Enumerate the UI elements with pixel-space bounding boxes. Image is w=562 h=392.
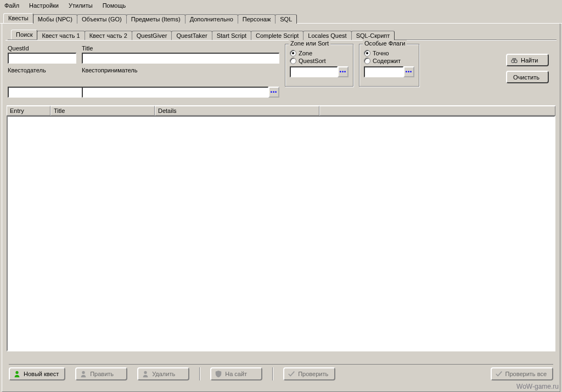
radio-exact-label: Точно	[373, 50, 389, 56]
subtab-complete[interactable]: Complete Script	[251, 31, 304, 40]
label-title: Title	[82, 44, 279, 53]
radio-dot-icon	[290, 58, 296, 64]
svg-point-4	[144, 371, 147, 374]
main-tabstrip: Квесты Мобы (NPC) Объекты (GO) Предметы …	[0, 12, 562, 24]
person-green-icon	[13, 370, 21, 378]
bottom-toolbar: Новый квест Править Удалить На сайт	[9, 364, 553, 380]
delete-button[interactable]: Удалить	[137, 367, 189, 380]
zone-picker-input[interactable]	[290, 66, 338, 77]
grid-header: Entry Title Details	[7, 105, 555, 116]
new-quest-label: Новый квест	[24, 371, 59, 377]
tab-mobs[interactable]: Мобы (NPC)	[33, 14, 77, 24]
subtab-start[interactable]: Start Script	[212, 31, 251, 40]
radio-zone[interactable]: Zone	[290, 50, 349, 56]
check-all-label: Проверить все	[505, 371, 547, 377]
label-questgiver: Квестодатель	[8, 66, 76, 75]
radio-zone-label: Zone	[299, 50, 312, 56]
find-button[interactable]: Найти	[506, 54, 549, 66]
subtab-part1[interactable]: Квест часть 1	[37, 31, 85, 40]
label-questtaker: Квестоприниматель	[82, 66, 279, 75]
col-spacer	[319, 106, 555, 116]
radio-questsort-label: QuestSort	[299, 58, 326, 64]
menu-file[interactable]: Файл	[2, 2, 21, 11]
tab-quests[interactable]: Квесты	[3, 13, 33, 23]
questtaker-input[interactable]	[82, 87, 268, 98]
toolbar-divider	[199, 367, 200, 380]
radio-contains-label: Содержит	[373, 58, 401, 64]
col-entry[interactable]: Entry	[7, 106, 50, 116]
radio-dot-icon	[364, 58, 370, 64]
find-button-label: Найти	[521, 57, 538, 64]
shield-icon	[215, 370, 222, 378]
check-label: Проверить	[298, 371, 328, 377]
check-button[interactable]: Проверить	[283, 367, 335, 380]
to-site-button[interactable]: На сайт	[210, 367, 262, 380]
tab-additional[interactable]: Дополнительно	[185, 14, 238, 24]
subtab-taker[interactable]: QuestTaker	[171, 31, 212, 40]
main-page: Поиск Квест часть 1 Квест часть 2 QuestG…	[2, 24, 560, 392]
subtab-search[interactable]: Поиск	[11, 30, 37, 39]
watermark: WoW-game.ru	[516, 383, 559, 390]
questtaker-picker-button[interactable]: •••	[268, 87, 279, 98]
col-title[interactable]: Title	[50, 106, 155, 116]
clear-button-label: Очистить	[513, 74, 539, 81]
svg-point-3	[82, 371, 85, 374]
menu-help[interactable]: Помощь	[100, 2, 128, 11]
flags-picker-button[interactable]: •••	[403, 66, 414, 77]
ellipsis-icon: •••	[271, 89, 277, 95]
subtab-part2[interactable]: Квест часть 2	[85, 31, 132, 40]
ellipsis-icon: •••	[406, 69, 412, 75]
svg-point-1	[514, 60, 517, 63]
radio-questsort[interactable]: QuestSort	[290, 58, 349, 64]
input-title[interactable]	[82, 53, 279, 64]
edit-label: Править	[90, 371, 114, 377]
svg-point-2	[15, 371, 18, 374]
col-details[interactable]: Details	[155, 106, 319, 116]
svg-point-0	[512, 60, 514, 63]
tab-character[interactable]: Персонаж	[238, 14, 276, 24]
subtab-locales[interactable]: Locales Quest	[303, 31, 351, 40]
sub-tabstrip: Поиск Квест часть 1 Квест часть 2 QuestG…	[8, 29, 557, 40]
menu-bar: Файл Настройки Утилиты Помощь	[0, 0, 562, 11]
label-questid: QuestId	[8, 44, 76, 53]
toolbar-divider	[272, 367, 273, 380]
edit-button[interactable]: Править	[75, 367, 127, 380]
menu-utils[interactable]: Утилиты	[66, 2, 95, 11]
radio-dot-icon	[364, 50, 370, 56]
flags-picker-input[interactable]	[364, 66, 403, 77]
new-quest-button[interactable]: Новый квест	[9, 367, 65, 380]
delete-label: Удалить	[152, 371, 175, 377]
check-icon	[288, 370, 295, 378]
ellipsis-icon: •••	[340, 69, 346, 75]
to-site-label: На сайт	[225, 371, 247, 377]
tab-items[interactable]: Предметы (Items)	[126, 14, 186, 24]
input-questid[interactable]	[8, 53, 76, 64]
check-icon	[495, 370, 503, 378]
tab-objects[interactable]: Объекты (GO)	[77, 14, 127, 24]
radio-exact[interactable]: Точно	[364, 50, 414, 56]
radio-contains[interactable]: Содержит	[364, 58, 414, 64]
radio-dot-icon	[290, 50, 296, 56]
subtab-giver[interactable]: QuestGiver	[132, 31, 172, 40]
person-gray-icon	[142, 370, 149, 378]
zone-picker-button[interactable]: •••	[338, 66, 349, 77]
grid-body[interactable]	[7, 116, 555, 351]
group-flags-legend: Особые Флаги	[363, 40, 407, 47]
person-gray-icon	[80, 370, 87, 378]
group-zone-legend: Zone или Sort	[289, 40, 330, 47]
binoculars-icon	[510, 56, 518, 64]
menu-settings[interactable]: Настройки	[27, 2, 61, 11]
sub-page: QuestId Квестодатель Title Квестопринима…	[5, 40, 557, 383]
tab-sql[interactable]: SQL	[275, 14, 297, 24]
check-all-button[interactable]: Проверить все	[491, 367, 553, 380]
questgiver-input[interactable]	[8, 87, 88, 98]
clear-button[interactable]: Очистить	[506, 71, 549, 83]
search-form: QuestId Квестодатель Title Квестопринима…	[5, 43, 557, 102]
subtab-sql[interactable]: SQL-Скрипт	[351, 31, 395, 40]
